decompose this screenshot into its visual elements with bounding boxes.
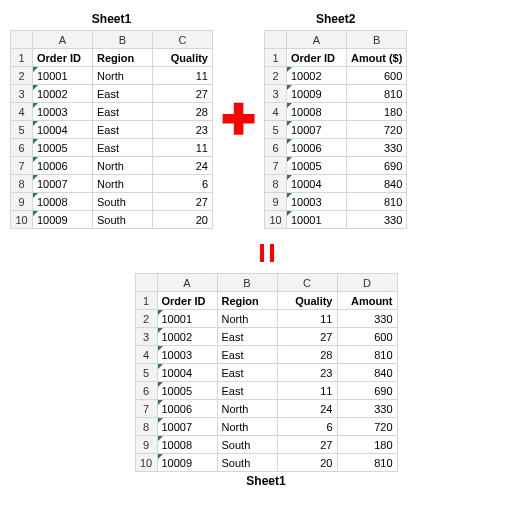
cell[interactable]: North (217, 418, 277, 436)
cell[interactable]: 11 (153, 139, 213, 157)
cell[interactable]: Order ID (287, 49, 347, 67)
col-header[interactable]: D (337, 274, 397, 292)
cell[interactable]: 10004 (287, 175, 347, 193)
row-header[interactable]: 1 (265, 49, 287, 67)
cell[interactable]: 10007 (157, 418, 217, 436)
row-header[interactable]: 6 (265, 139, 287, 157)
cell[interactable]: 10004 (157, 364, 217, 382)
cell[interactable]: 10002 (157, 328, 217, 346)
cell[interactable]: North (93, 157, 153, 175)
row-header[interactable]: 10 (11, 211, 33, 229)
row-header[interactable]: 9 (135, 436, 157, 454)
col-header[interactable]: B (93, 31, 153, 49)
cell[interactable]: 10005 (33, 139, 93, 157)
cell[interactable]: 28 (153, 103, 213, 121)
cell[interactable]: 180 (347, 103, 407, 121)
cell[interactable]: 10002 (33, 85, 93, 103)
cell[interactable]: 10008 (157, 436, 217, 454)
cell[interactable]: 20 (277, 454, 337, 472)
cell[interactable]: South (93, 193, 153, 211)
row-header[interactable]: 6 (11, 139, 33, 157)
cell[interactable]: 10002 (287, 67, 347, 85)
cell[interactable]: 10007 (287, 121, 347, 139)
row-header[interactable]: 1 (135, 292, 157, 310)
row-header[interactable]: 10 (135, 454, 157, 472)
row-header[interactable]: 7 (135, 400, 157, 418)
cell[interactable]: 840 (337, 364, 397, 382)
cell[interactable]: 6 (277, 418, 337, 436)
cell[interactable]: 10006 (287, 139, 347, 157)
row-header[interactable]: 9 (11, 193, 33, 211)
row-header[interactable]: 4 (135, 346, 157, 364)
cell[interactable]: 11 (277, 310, 337, 328)
cell[interactable]: 840 (347, 175, 407, 193)
cell[interactable]: North (217, 310, 277, 328)
cell[interactable]: 23 (277, 364, 337, 382)
cell[interactable]: 10001 (157, 310, 217, 328)
cell[interactable]: 28 (277, 346, 337, 364)
cell[interactable]: 20 (153, 211, 213, 229)
cell[interactable]: East (217, 364, 277, 382)
cell[interactable]: East (217, 346, 277, 364)
cell[interactable]: Quality (153, 49, 213, 67)
corner-cell[interactable] (135, 274, 157, 292)
cell[interactable]: 180 (337, 436, 397, 454)
row-header[interactable]: 7 (11, 157, 33, 175)
row-header[interactable]: 2 (265, 67, 287, 85)
row-header[interactable]: 8 (135, 418, 157, 436)
cell[interactable]: 600 (347, 67, 407, 85)
col-header[interactable]: A (157, 274, 217, 292)
cell[interactable]: 690 (337, 382, 397, 400)
row-header[interactable]: 2 (135, 310, 157, 328)
row-header[interactable]: 3 (265, 85, 287, 103)
col-header[interactable]: B (347, 31, 407, 49)
row-header[interactable]: 8 (265, 175, 287, 193)
cell[interactable]: 10009 (33, 211, 93, 229)
cell[interactable]: 810 (347, 193, 407, 211)
sheet2-grid[interactable]: A B 1 Order ID Amout ($) 210002600 31000… (264, 30, 407, 229)
col-header[interactable]: B (217, 274, 277, 292)
row-header[interactable]: 7 (265, 157, 287, 175)
cell[interactable]: 24 (277, 400, 337, 418)
sheet1-grid[interactable]: A B C 1 Order ID Region Quality 210001No… (10, 30, 213, 229)
cell[interactable]: 10009 (287, 85, 347, 103)
cell[interactable]: 330 (337, 310, 397, 328)
cell[interactable]: East (93, 121, 153, 139)
cell[interactable]: Amout ($) (347, 49, 407, 67)
cell[interactable]: 810 (337, 454, 397, 472)
cell[interactable]: North (93, 67, 153, 85)
cell[interactable]: Amount (337, 292, 397, 310)
row-header[interactable]: 3 (11, 85, 33, 103)
cell[interactable]: 10003 (33, 103, 93, 121)
row-header[interactable]: 5 (11, 121, 33, 139)
row-header[interactable]: 4 (11, 103, 33, 121)
cell[interactable]: 330 (347, 139, 407, 157)
cell[interactable]: 11 (277, 382, 337, 400)
cell[interactable]: 330 (347, 211, 407, 229)
col-header[interactable]: C (153, 31, 213, 49)
cell[interactable]: 720 (347, 121, 407, 139)
cell[interactable]: 10008 (33, 193, 93, 211)
cell[interactable]: South (217, 436, 277, 454)
cell[interactable]: 10001 (287, 211, 347, 229)
cell[interactable]: 10004 (33, 121, 93, 139)
row-header[interactable]: 9 (265, 193, 287, 211)
cell[interactable]: 10003 (287, 193, 347, 211)
cell[interactable]: South (217, 454, 277, 472)
corner-cell[interactable] (11, 31, 33, 49)
cell[interactable]: 10008 (287, 103, 347, 121)
row-header[interactable]: 3 (135, 328, 157, 346)
col-header[interactable]: C (277, 274, 337, 292)
cell[interactable]: 27 (153, 193, 213, 211)
cell[interactable]: 600 (337, 328, 397, 346)
row-header[interactable]: 4 (265, 103, 287, 121)
row-header[interactable]: 10 (265, 211, 287, 229)
cell[interactable]: East (217, 328, 277, 346)
cell[interactable]: East (217, 382, 277, 400)
cell[interactable]: 10005 (287, 157, 347, 175)
cell[interactable]: North (217, 400, 277, 418)
cell[interactable]: 23 (153, 121, 213, 139)
col-header[interactable]: A (287, 31, 347, 49)
result-grid[interactable]: A B C D 1 Order ID Region Quality Amount… (135, 273, 398, 472)
cell[interactable]: 10009 (157, 454, 217, 472)
